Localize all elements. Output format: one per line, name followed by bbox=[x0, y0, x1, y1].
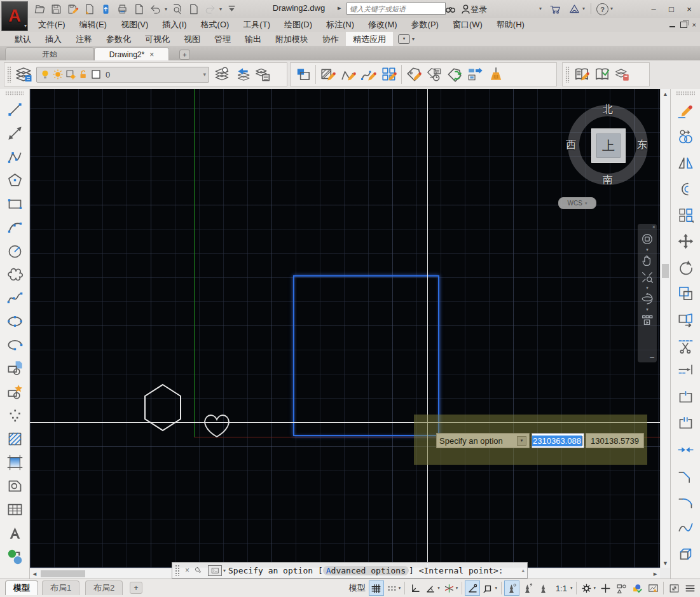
workspace-gear-toggle[interactable]: ▾ bbox=[579, 580, 597, 596]
toolbar-grip[interactable] bbox=[676, 91, 695, 96]
layer-properties-button[interactable] bbox=[252, 64, 273, 85]
menu-item-4[interactable]: 格式(O) bbox=[201, 19, 230, 31]
menu-item-1[interactable]: 编辑(E) bbox=[79, 19, 107, 31]
navbar-close-icon[interactable]: × bbox=[652, 224, 655, 230]
close-button[interactable]: × bbox=[682, 3, 697, 15]
snap-toggle[interactable]: ▾ bbox=[385, 580, 402, 596]
layer-combo-dropdown-icon[interactable]: ▾ bbox=[203, 71, 206, 78]
open-button[interactable] bbox=[32, 1, 47, 17]
ribbon-minimize-icon[interactable]: ▾ bbox=[398, 34, 410, 44]
compass-north-label[interactable]: 北 bbox=[603, 103, 613, 116]
undo-button[interactable] bbox=[148, 1, 163, 17]
steering-wheel-dropdown-icon[interactable]: ▾ bbox=[640, 248, 655, 252]
ribbon-tab-6[interactable]: 管理 bbox=[207, 32, 238, 46]
layer-previous-button[interactable] bbox=[232, 64, 252, 85]
edit-polyline-button[interactable] bbox=[338, 64, 359, 85]
table-button[interactable] bbox=[0, 498, 29, 521]
rotate-button[interactable] bbox=[671, 254, 700, 280]
scroll-right-arrow[interactable]: ▸ bbox=[650, 569, 660, 579]
freeze-icon[interactable] bbox=[65, 69, 76, 80]
ribbon-tab-9[interactable]: 协作 bbox=[315, 32, 346, 46]
command-history-up-icon[interactable]: ▴ bbox=[521, 567, 525, 573]
workspace-gear-dropdown-icon[interactable]: ▾ bbox=[593, 586, 596, 591]
menu-item-3[interactable]: 插入(I) bbox=[162, 19, 186, 31]
layout2-tab[interactable]: 布局2 bbox=[85, 580, 123, 595]
annotation-scale-value-toggle[interactable]: 1:1▾ bbox=[552, 580, 574, 596]
ribbon-tab-10[interactable]: 精选应用 bbox=[346, 32, 393, 46]
extend-button[interactable] bbox=[671, 359, 700, 385]
command-line-settings-icon[interactable] bbox=[192, 566, 202, 575]
block-editor-button[interactable] bbox=[293, 64, 313, 85]
vertical-scrollbar[interactable]: ▲ ▼ bbox=[660, 89, 670, 568]
ribbon-tab-4[interactable]: 可视化 bbox=[138, 32, 177, 46]
annotation-scale-toggle[interactable] bbox=[536, 580, 551, 596]
overflow-button[interactable] bbox=[224, 1, 239, 17]
layer-select-combobox[interactable]: 0 ▾ bbox=[36, 67, 209, 83]
otrack-toggle[interactable] bbox=[465, 580, 480, 596]
point-button[interactable] bbox=[0, 404, 29, 427]
fillet-button[interactable] bbox=[671, 489, 700, 515]
sheet-set-button[interactable] bbox=[81, 1, 97, 17]
showmotion-button[interactable] bbox=[640, 313, 655, 328]
layer-translator-button[interactable] bbox=[612, 64, 633, 85]
print-button[interactable] bbox=[114, 1, 130, 17]
hatch-button[interactable] bbox=[0, 427, 29, 451]
break-at-point-button[interactable] bbox=[671, 385, 700, 411]
orbit-button[interactable] bbox=[640, 291, 655, 306]
layout1-tab[interactable]: 布局1 bbox=[42, 580, 79, 595]
dynamic-input-y-field[interactable]: 130138.5739 bbox=[586, 433, 644, 448]
customize-menu-toggle[interactable] bbox=[682, 580, 697, 596]
upload-button[interactable] bbox=[98, 1, 113, 17]
trim-button[interactable] bbox=[671, 333, 700, 359]
edit-dictionary-button[interactable] bbox=[572, 64, 592, 85]
ribbon-tab-7[interactable]: 输出 bbox=[238, 32, 268, 46]
maximize-button[interactable]: □ bbox=[664, 3, 679, 15]
advanced-options-keyword[interactable]: Advanced options bbox=[323, 566, 409, 575]
search-input[interactable] bbox=[347, 3, 446, 15]
view-cube-top-face[interactable]: 上 bbox=[591, 128, 626, 163]
orbit-dropdown-icon[interactable]: ▾ bbox=[640, 308, 655, 312]
scroll-down-arrow[interactable]: ▼ bbox=[661, 558, 670, 568]
save-as-button[interactable] bbox=[65, 1, 80, 17]
text-button[interactable] bbox=[0, 521, 29, 545]
command-line-close-icon[interactable]: × bbox=[185, 566, 189, 575]
insert-block-button[interactable] bbox=[0, 357, 29, 380]
ribbon-tab-0[interactable]: 默认 bbox=[8, 32, 38, 46]
doc-minimize-icon[interactable] bbox=[669, 22, 675, 27]
array-button[interactable] bbox=[671, 202, 700, 228]
ribbon-display-options[interactable]: ▾▾ bbox=[398, 32, 415, 46]
edit-array-button[interactable] bbox=[379, 64, 399, 85]
gradient-button[interactable] bbox=[0, 451, 29, 474]
ortho-toggle[interactable] bbox=[408, 580, 423, 596]
spline-button[interactable] bbox=[0, 286, 29, 310]
help-icon[interactable]: ? bbox=[596, 3, 608, 15]
blend-curves-button[interactable] bbox=[671, 515, 700, 541]
grid-toggle[interactable] bbox=[369, 580, 384, 596]
purge-button[interactable] bbox=[485, 64, 505, 85]
layer-properties-manager-icon[interactable] bbox=[13, 64, 34, 85]
revision-cloud-button[interactable] bbox=[0, 263, 29, 286]
osnap-dropdown-icon[interactable]: ▾ bbox=[495, 586, 497, 591]
ellipse-arc-button[interactable] bbox=[0, 333, 29, 357]
bulb-icon[interactable] bbox=[39, 69, 51, 80]
preview-button[interactable] bbox=[169, 1, 184, 17]
menu-item-8[interactable]: 修改(M) bbox=[368, 19, 397, 31]
line-button[interactable] bbox=[0, 98, 29, 121]
file-tab-close-icon[interactable]: × bbox=[149, 50, 154, 59]
dynamic-input-x-field[interactable]: 2310363.088 bbox=[532, 433, 584, 448]
zoom-extents-button[interactable] bbox=[640, 270, 655, 285]
attribute-manager-button[interactable] bbox=[424, 64, 444, 85]
doc-close-icon[interactable]: × bbox=[692, 21, 696, 29]
menu-item-0[interactable]: 文件(F) bbox=[38, 19, 65, 31]
title-expand-icon[interactable]: ▸ bbox=[338, 4, 341, 12]
stretch-button[interactable] bbox=[671, 306, 700, 333]
panel-grip[interactable] bbox=[7, 66, 11, 83]
annotation-autoscale-toggle[interactable] bbox=[520, 580, 535, 596]
command-line-grip[interactable] bbox=[175, 565, 180, 576]
search-icon[interactable] bbox=[443, 3, 457, 15]
redo-button[interactable] bbox=[202, 1, 217, 17]
polyline-button[interactable] bbox=[0, 145, 29, 168]
move-button[interactable] bbox=[671, 228, 700, 254]
file-tab-start[interactable]: 开始 bbox=[5, 47, 94, 61]
explode-button[interactable] bbox=[671, 541, 700, 567]
